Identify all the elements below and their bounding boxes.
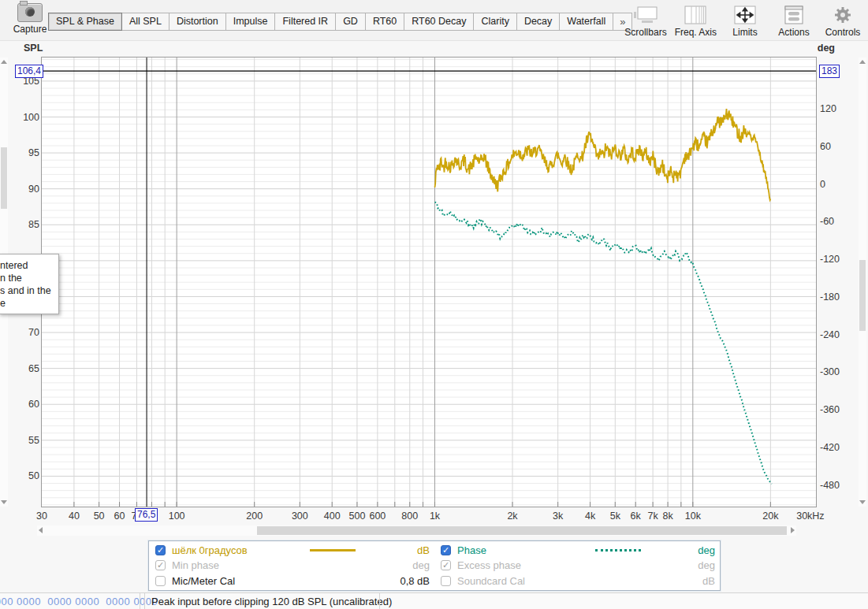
tab-clarity[interactable]: Clarity (473, 13, 516, 31)
scroll-right-icon[interactable] (791, 527, 795, 533)
actions-icon (773, 3, 814, 27)
left-axis-title: SPL (24, 43, 43, 54)
scroll-down-icon[interactable] (859, 500, 866, 504)
freq-tick-label: 800 (401, 511, 418, 522)
legend-value: dB (649, 575, 715, 587)
deg-tick-label: -180 (820, 292, 855, 303)
horizontal-scroll-thumb[interactable] (257, 526, 787, 535)
divider (379, 593, 380, 609)
freq-tick-label: 7k (648, 511, 658, 522)
tab-strip: SPL & PhaseAll SPLDistortionImpulseFilte… (49, 13, 632, 31)
freq-tick-label: 3k (553, 511, 563, 522)
tab-rt60[interactable]: RT60 (365, 13, 404, 31)
tab-all-spl[interactable]: All SPL (121, 13, 170, 31)
checkbox[interactable] (155, 576, 166, 586)
legend-value: 0,8 dB (363, 575, 430, 587)
deg-tick-label: -120 (820, 254, 855, 265)
checkbox[interactable]: ✓ (441, 560, 451, 570)
deg-tick-label: 120 (820, 103, 855, 114)
scroll-up-icon[interactable] (1, 60, 7, 64)
freq-tick-label: 1k (430, 511, 440, 522)
checkbox[interactable] (441, 576, 451, 586)
capture-button[interactable]: Capture (9, 3, 50, 35)
freq-tick-label: 6k (631, 511, 641, 522)
tooltip-line: e (0, 297, 57, 310)
legend-value: deg (649, 544, 715, 556)
toolbar-button-label: Limits (725, 27, 766, 38)
toolbar-button-label: Freq. Axis (675, 27, 717, 38)
right-vertical-scrollbar[interactable] (859, 58, 866, 507)
tooltip-line: n the (0, 272, 57, 284)
spl-tick-label: 65 (11, 363, 39, 374)
chart-canvas (42, 58, 816, 507)
rew-window: Capture SPL & PhaseAll SPLDistortionImpu… (0, 0, 868, 609)
scrollbars-icon (624, 3, 666, 27)
legend-label: шёлк 0градусов (172, 544, 310, 556)
legend-column: ✓Phasedeg✓Excess phasedegSoundcard CaldB (434, 541, 720, 590)
deg-tick-label: -360 (820, 404, 855, 415)
limits-button[interactable]: Limits (725, 3, 766, 38)
deg-tick-label: -300 (820, 366, 855, 377)
toolbar-button-label: Scrollbars (624, 27, 666, 38)
series-phase-trace (435, 202, 772, 485)
legend-value: deg (363, 559, 430, 571)
legend-row-excess-phase: ✓Excess phasedeg (441, 558, 715, 573)
tab-filtered-ir[interactable]: Filtered IR (274, 13, 336, 31)
right-axis-title: deg (818, 43, 835, 54)
cursor-deg-readout: 183 (819, 65, 840, 78)
freq-tick-label: 8k (662, 511, 672, 522)
checkbox[interactable]: ✓ (155, 545, 166, 555)
deg-tick-label: -240 (820, 329, 855, 340)
legend-label: Soundcard Cal (457, 575, 595, 587)
legend-row-mic-meter-cal: Mic/Meter Cal0,8 dB (155, 574, 430, 589)
legend-row-min-phase: ✓Min phasedeg (155, 558, 430, 573)
legend-column: ✓шёлк 0градусовdB✓Min phasedegMic/Meter … (149, 541, 434, 590)
toolbar-right: ScrollbarsFreq. AxisLimitsActionsControl… (624, 3, 863, 38)
checkbox[interactable]: ✓ (155, 560, 166, 570)
status-bar: 0000 0000 0000 0000 0000 0000 Peak input… (0, 592, 868, 609)
camera-icon (17, 3, 43, 22)
scroll-up-icon[interactable] (859, 60, 866, 64)
tab-decay[interactable]: Decay (516, 13, 560, 31)
cursor-freq-readout: 76,5 (135, 508, 158, 522)
spl-tick-label: 85 (11, 219, 39, 230)
tab-distortion[interactable]: Distortion (169, 13, 226, 31)
tab-rt60-decay[interactable]: RT60 Decay (404, 13, 474, 31)
freq-tick-label: 500 (349, 511, 366, 522)
tab-gd[interactable]: GD (335, 13, 366, 31)
tab-impulse[interactable]: Impulse (225, 13, 276, 31)
checkbox[interactable]: ✓ (441, 545, 451, 555)
horizontal-scrollbar[interactable] (37, 525, 796, 536)
deg-tick-label: -480 (820, 480, 855, 491)
right-scroll-thumb[interactable] (859, 260, 866, 331)
scroll-down-icon[interactable] (1, 500, 7, 504)
freq-tick-label: 30kHz (796, 511, 824, 522)
tooltip: nteredn thes and in thee (0, 254, 59, 314)
capture-label: Capture (9, 24, 50, 35)
plot-area[interactable] (41, 57, 817, 507)
controls-button[interactable]: Controls (822, 3, 863, 38)
spl-tick-label: 60 (11, 399, 39, 410)
left-scroll-thumb[interactable] (1, 147, 7, 209)
divider (144, 593, 145, 609)
freq-axis-button[interactable]: Freq. Axis (675, 3, 717, 38)
deg-tick-label: -60 (820, 216, 855, 227)
tab-spl-phase[interactable]: SPL & Phase (48, 13, 122, 31)
spl-tick-label: 50 (11, 470, 39, 481)
freq-tick-label: 30 (36, 511, 47, 522)
deg-tick-label: 0 (820, 179, 855, 190)
tooltip-line: s and in the (0, 284, 57, 297)
freq-tick-label: 200 (246, 511, 263, 522)
toolbar-button-label: Controls (822, 27, 863, 38)
freq-tick-label: 5k (610, 511, 620, 522)
legend-panel: ✓шёлк 0градусовdB✓Min phasedegMic/Meter … (148, 540, 721, 591)
legend-label: Mic/Meter Cal (172, 575, 310, 587)
freq-tick-label: 600 (369, 511, 386, 522)
freq-tick-label: 60 (114, 511, 125, 522)
tab-waterfall[interactable]: Waterfall (559, 13, 613, 31)
scroll-left-icon[interactable] (39, 527, 43, 533)
tooltip-line: ntered (0, 259, 57, 272)
actions-button[interactable]: Actions (773, 3, 814, 38)
divider (140, 593, 140, 609)
scrollbars-button[interactable]: Scrollbars (624, 3, 666, 38)
